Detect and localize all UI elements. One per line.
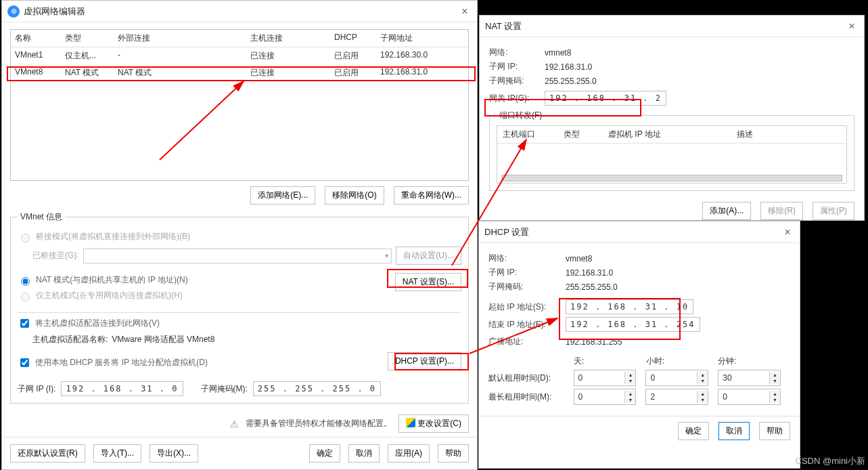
auto-set-button: 自动设置(U)... bbox=[396, 247, 461, 265]
restore-defaults-button[interactable]: 还原默认设置(R) bbox=[10, 444, 85, 463]
max-lease-days-spin[interactable]: 0▲▼ bbox=[574, 389, 637, 405]
host-adapter-checkbox[interactable] bbox=[20, 319, 29, 328]
pf-col-host[interactable]: 主机端口 bbox=[497, 126, 558, 143]
close-icon[interactable]: × bbox=[458, 5, 472, 18]
port-forward-table: 主机端口 类型 虚拟机 IP 地址 描述 bbox=[497, 125, 847, 184]
spin-down-icon[interactable]: ▼ bbox=[698, 397, 708, 403]
col-ext[interactable]: 外部连接 bbox=[114, 30, 246, 47]
gateway-field[interactable]: 192 . 168 . 31 . 2 bbox=[545, 91, 666, 106]
app-icon: ⊕ bbox=[7, 5, 20, 18]
bcast-value: 192.168.31.255 bbox=[566, 337, 622, 347]
start-ip-field[interactable]: 192 . 168 . 31 . 10 bbox=[566, 299, 693, 314]
warning-icon: ⚠ bbox=[230, 419, 239, 429]
bridge-radio bbox=[21, 234, 30, 242]
dhcp-cancel-button[interactable]: 取消 bbox=[718, 422, 750, 440]
admin-note: 需要具备管理员特权才能修改网络配置。 bbox=[246, 418, 392, 429]
nat-settings-button[interactable]: NAT 设置(S)... bbox=[395, 273, 461, 291]
subnet-ip-field[interactable]: 192 . 168 . 31 . 0 bbox=[61, 381, 183, 396]
spin-down-icon[interactable]: ▼ bbox=[698, 378, 708, 384]
table-row[interactable]: VMnet1 仅主机... - 已连接 已启用 192.168.30.0 bbox=[11, 47, 468, 64]
pf-prop-button: 属性(P) bbox=[813, 202, 854, 220]
spin-down-icon[interactable]: ▼ bbox=[770, 397, 780, 403]
help-button[interactable]: 帮助 bbox=[438, 444, 469, 463]
dhcp-help-button[interactable]: 帮助 bbox=[759, 422, 790, 440]
spin-up-icon[interactable]: ▲ bbox=[770, 391, 780, 397]
spin-up-icon[interactable]: ▲ bbox=[625, 372, 635, 378]
bridge-to-label: 已桥接至(G): bbox=[32, 250, 79, 261]
subnet-mask-field[interactable]: 255 . 255 . 255 . 0 bbox=[253, 381, 381, 396]
virtual-network-editor-dialog: ⊕ 虚拟网络编辑器 × 名称 类型 外部连接 主机连接 DHCP 子网地址 VM… bbox=[1, 0, 478, 470]
nat-network-value: vmnet8 bbox=[545, 48, 571, 58]
pf-add-button[interactable]: 添加(A)... bbox=[702, 202, 751, 220]
spin-up-icon[interactable]: ▲ bbox=[625, 391, 635, 397]
spin-up-icon[interactable]: ▲ bbox=[770, 372, 780, 378]
apply-button[interactable]: 应用(A) bbox=[388, 444, 430, 463]
dhcp-net-label: 网络: bbox=[488, 253, 563, 264]
max-lease-mins-spin[interactable]: 0▲▼ bbox=[718, 389, 781, 405]
table-header: 名称 类型 外部连接 主机连接 DHCP 子网地址 bbox=[11, 30, 468, 47]
col-dhcp[interactable]: DHCP bbox=[330, 30, 376, 47]
table-row[interactable]: VMnet8 NAT 模式 NAT 模式 已连接 已启用 192.168.31.… bbox=[11, 64, 468, 81]
change-settings-button[interactable]: 更改设置(C) bbox=[398, 414, 469, 433]
nat-radio-row[interactable]: NAT 模式(与虚拟机共享主机的 IP 地址)(N) bbox=[18, 274, 390, 286]
default-lease-mins-spin[interactable]: 30▲▼ bbox=[718, 370, 781, 386]
pf-col-type[interactable]: 类型 bbox=[558, 126, 603, 143]
remove-network-button[interactable]: 移除网络(O) bbox=[325, 186, 384, 205]
spin-down-icon[interactable]: ▼ bbox=[770, 378, 780, 384]
nat-subnet-value: 192.168.31.0 bbox=[545, 62, 592, 72]
lease-mins-header: 分钟: bbox=[718, 356, 790, 367]
dhcp-label: 使用本地 DHCP 服务将 IP 地址分配给虚拟机(D) bbox=[35, 357, 208, 368]
nat-title: NAT 设置 bbox=[485, 20, 845, 33]
spin-down-icon[interactable]: ▼ bbox=[625, 378, 635, 384]
gateway-label: 网关 IP(G): bbox=[489, 93, 542, 104]
dhcp-net-value: vmnet8 bbox=[566, 254, 592, 263]
default-lease-label: 默认租用时间(D): bbox=[488, 372, 574, 384]
nat-network-label: 网络: bbox=[489, 47, 542, 58]
dhcp-subnet-label: 子网 IP: bbox=[488, 267, 563, 278]
spin-up-icon[interactable]: ▲ bbox=[698, 391, 708, 397]
col-subnet[interactable]: 子网地址 bbox=[376, 30, 468, 47]
bcast-label: 广播地址: bbox=[488, 336, 563, 347]
export-button[interactable]: 导出(X)... bbox=[150, 444, 198, 463]
spin-up-icon[interactable]: ▲ bbox=[698, 372, 708, 378]
shield-icon bbox=[406, 418, 415, 427]
close-icon[interactable]: × bbox=[781, 226, 794, 239]
pf-remove-button: 移除(R) bbox=[760, 202, 803, 220]
dhcp-title: DHCP 设置 bbox=[484, 226, 781, 238]
hostonly-radio-row: 仅主机模式(在专用网络内连接虚拟机)(H) bbox=[18, 290, 390, 301]
add-network-button[interactable]: 添加网络(E)... bbox=[250, 186, 315, 205]
vne-titlebar: ⊕ 虚拟网络编辑器 × bbox=[2, 1, 477, 22]
import-button[interactable]: 导入(T)... bbox=[93, 444, 141, 463]
watermark: CSDN @mini小新 bbox=[796, 455, 865, 467]
dhcp-checkbox[interactable] bbox=[20, 358, 29, 367]
cancel-button[interactable]: 取消 bbox=[348, 444, 380, 463]
default-lease-days-spin[interactable]: 0▲▼ bbox=[574, 370, 637, 386]
rename-network-button[interactable]: 重命名网络(W)... bbox=[394, 186, 469, 205]
dhcp-settings-button[interactable]: DHCP 设置(P)... bbox=[388, 352, 461, 370]
default-lease-hours-spin[interactable]: 0▲▼ bbox=[645, 370, 708, 386]
host-adapter-name-value: VMware 网络适配器 VMnet8 bbox=[112, 334, 214, 345]
max-lease-hours-spin[interactable]: 2▲▼ bbox=[645, 389, 708, 405]
nat-radio[interactable] bbox=[21, 277, 30, 286]
subnet-ip-label: 子网 IP (I): bbox=[18, 383, 55, 395]
network-table: 名称 类型 外部连接 主机连接 DHCP 子网地址 VMnet1 仅主机... … bbox=[10, 29, 469, 181]
col-name[interactable]: 名称 bbox=[11, 30, 61, 47]
pf-col-desc[interactable]: 描述 bbox=[731, 126, 846, 143]
bridge-radio-row: 桥接模式(将虚拟机直接连接到外部网络)(B) bbox=[18, 231, 461, 242]
ok-button[interactable]: 确定 bbox=[309, 444, 340, 463]
end-ip-field[interactable]: 192 . 168 . 31 . 254 bbox=[566, 317, 700, 332]
scrollbar[interactable] bbox=[501, 175, 842, 181]
spin-down-icon[interactable]: ▼ bbox=[625, 397, 635, 403]
pf-col-vmip[interactable]: 虚拟机 IP 地址 bbox=[603, 126, 731, 143]
subnet-mask-label: 子网掩码(M): bbox=[201, 383, 248, 395]
vmnet-info-fieldset: VMnet 信息 桥接模式(将虚拟机直接连接到外部网络)(B) 已桥接至(G):… bbox=[10, 211, 469, 404]
col-host[interactable]: 主机连接 bbox=[246, 30, 330, 47]
dhcp-mask-label: 子网掩码: bbox=[488, 281, 563, 293]
close-icon[interactable]: × bbox=[845, 20, 859, 33]
vne-title: 虚拟网络编辑器 bbox=[24, 5, 458, 18]
dhcp-ok-button[interactable]: 确定 bbox=[678, 422, 709, 440]
start-ip-label: 起始 IP 地址(S): bbox=[488, 301, 563, 313]
col-type[interactable]: 类型 bbox=[61, 30, 114, 47]
nat-subnet-label: 子网 IP: bbox=[489, 61, 542, 72]
port-forward-legend: 端口转发(F) bbox=[497, 110, 545, 121]
